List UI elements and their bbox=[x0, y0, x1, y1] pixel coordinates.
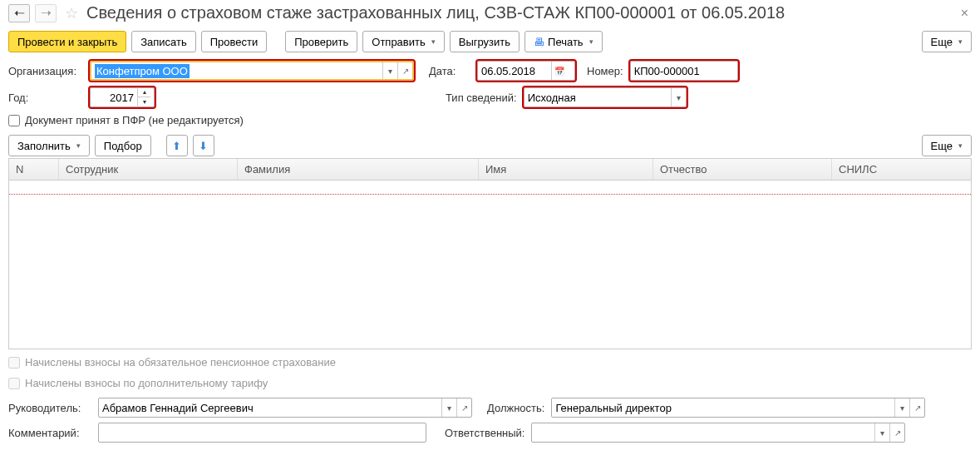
year-spinner[interactable]: ▴▾ bbox=[137, 87, 150, 107]
table-body[interactable] bbox=[9, 181, 971, 347]
extra-tariff-label: Начислены взносы по дополнительному тари… bbox=[25, 377, 268, 389]
comment-field[interactable] bbox=[98, 423, 426, 443]
date-label: Дата: bbox=[429, 65, 470, 77]
type-field[interactable]: ▾ bbox=[524, 87, 687, 107]
dropdown-icon[interactable]: ▾ bbox=[894, 398, 909, 417]
open-icon[interactable]: ↗ bbox=[889, 423, 904, 442]
arrow-down-icon: ⬇ bbox=[199, 140, 208, 152]
save-button[interactable]: Записать bbox=[131, 31, 196, 52]
year-input[interactable] bbox=[91, 88, 137, 106]
col-patronymic[interactable]: Отчество bbox=[653, 159, 832, 180]
responsible-field[interactable]: ▾ ↗ bbox=[531, 423, 905, 443]
col-employee[interactable]: Сотрудник bbox=[59, 159, 238, 180]
manager-field[interactable]: ▾ ↗ bbox=[98, 398, 472, 418]
extra-tariff-checkbox bbox=[8, 378, 20, 389]
page-title: Сведения о страховом стаже застрахованны… bbox=[86, 3, 953, 22]
year-field[interactable]: ▴▾ bbox=[90, 87, 155, 107]
number-input[interactable] bbox=[631, 62, 737, 80]
open-icon[interactable]: ↗ bbox=[397, 62, 412, 79]
back-button[interactable]: 🠐 bbox=[8, 4, 30, 22]
arrow-up-icon: ⬆ bbox=[172, 140, 181, 152]
insertion-line bbox=[9, 194, 971, 195]
pension-contrib-label: Начислены взносы на обязательное пенсион… bbox=[25, 356, 336, 369]
favorite-star-icon[interactable]: ☆ bbox=[65, 4, 78, 22]
spin-up-icon[interactable]: ▴ bbox=[138, 87, 150, 97]
forward-button[interactable]: 🠒 bbox=[35, 4, 57, 22]
open-icon[interactable]: ↗ bbox=[909, 398, 924, 417]
responsible-label: Ответственный: bbox=[445, 427, 524, 439]
open-icon[interactable]: ↗ bbox=[456, 398, 471, 417]
type-label: Тип сведений: bbox=[446, 92, 517, 104]
position-field[interactable]: ▾ ↗ bbox=[551, 398, 925, 418]
col-lastname[interactable]: Фамилия bbox=[238, 159, 479, 180]
date-input[interactable] bbox=[478, 62, 551, 80]
comment-input[interactable] bbox=[99, 423, 426, 442]
close-button[interactable]: × bbox=[958, 6, 972, 21]
manager-input[interactable] bbox=[99, 398, 441, 417]
year-label: Год: bbox=[8, 92, 83, 104]
col-snils[interactable]: СНИЛС bbox=[832, 159, 971, 180]
position-label: Должность: bbox=[487, 402, 544, 414]
printer-icon: 🖶 bbox=[534, 36, 544, 48]
print-button[interactable]: 🖶Печать bbox=[524, 31, 603, 52]
org-value: Конфетпром ООО bbox=[95, 64, 190, 78]
employees-table[interactable]: N Сотрудник Фамилия Имя Отчество СНИЛС bbox=[8, 158, 972, 349]
upload-button[interactable]: Выгрузить bbox=[450, 31, 520, 52]
check-button[interactable]: Проверить bbox=[285, 31, 357, 52]
more-button[interactable]: Еще bbox=[922, 31, 972, 52]
calendar-icon[interactable]: 📅 bbox=[551, 62, 566, 80]
type-input[interactable] bbox=[524, 88, 671, 106]
number-field[interactable] bbox=[630, 61, 738, 81]
date-field[interactable]: 📅 bbox=[477, 61, 575, 81]
col-n[interactable]: N bbox=[9, 159, 59, 180]
pfr-accepted-label: Документ принят в ПФР (не редактируется) bbox=[25, 114, 244, 126]
manager-label: Руководитель: bbox=[8, 402, 91, 414]
fill-button[interactable]: Заполнить bbox=[8, 135, 90, 156]
number-label: Номер: bbox=[587, 65, 623, 77]
dropdown-icon[interactable]: ▾ bbox=[441, 398, 456, 417]
dropdown-icon[interactable]: ▾ bbox=[382, 62, 397, 79]
pension-contrib-checkbox bbox=[8, 357, 20, 369]
comment-label: Комментарий: bbox=[8, 427, 91, 439]
move-down-button[interactable]: ⬇ bbox=[193, 135, 214, 156]
position-input[interactable] bbox=[552, 398, 894, 417]
org-field[interactable]: Конфетпром ООО ▾ ↗ bbox=[90, 61, 414, 81]
dropdown-icon[interactable]: ▾ bbox=[671, 88, 686, 106]
spin-down-icon[interactable]: ▾ bbox=[138, 97, 150, 107]
responsible-input[interactable] bbox=[532, 423, 874, 442]
select-button[interactable]: Подбор bbox=[95, 135, 151, 156]
org-label: Организация: bbox=[8, 65, 83, 77]
post-button[interactable]: Провести bbox=[201, 31, 268, 52]
move-up-button[interactable]: ⬆ bbox=[166, 135, 188, 156]
col-firstname[interactable]: Имя bbox=[479, 159, 653, 180]
send-button[interactable]: Отправить bbox=[362, 31, 444, 52]
table-more-button[interactable]: Еще bbox=[922, 135, 972, 156]
pfr-accepted-checkbox[interactable] bbox=[8, 115, 20, 126]
dropdown-icon[interactable]: ▾ bbox=[874, 423, 889, 442]
post-and-close-button[interactable]: Провести и закрыть bbox=[8, 31, 126, 52]
